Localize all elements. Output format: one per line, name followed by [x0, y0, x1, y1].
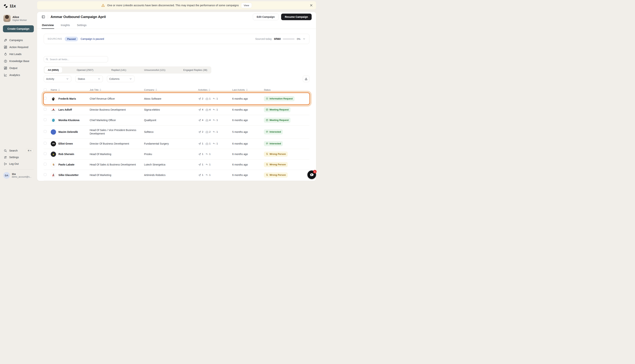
sidebar-item-campaigns[interactable]: Campaigns	[3, 37, 34, 43]
row-checkbox[interactable]	[44, 97, 47, 100]
select-all-checkbox[interactable]	[44, 88, 47, 91]
company-logo-avatar	[51, 118, 56, 123]
row-checkbox[interactable]	[44, 152, 47, 155]
sidebar-item-output[interactable]: Output	[3, 65, 34, 71]
status-label: Wrong Person	[270, 163, 286, 166]
chevron-down-icon	[129, 78, 132, 80]
activity-count: 1	[202, 174, 203, 177]
sort-icon[interactable]	[208, 88, 210, 91]
chevron-down-icon	[66, 78, 69, 80]
company-logo-avatar	[51, 172, 56, 178]
segment-unsuccessful[interactable]: Unsuccessful (121)	[141, 67, 169, 73]
sort-icon[interactable]	[246, 88, 248, 91]
segment-engaged-replies[interactable]: Engaged Replies (38)	[180, 67, 210, 73]
digital-worker[interactable]: Alice Digital Worker	[3, 15, 34, 22]
table-row[interactable]: SPaolo LabateHead Of Sales & Business De…	[44, 159, 309, 170]
status-badge: Meeting Request	[264, 107, 291, 112]
column-header-job-title: Job Title	[90, 88, 98, 91]
worker-role: Digital Worker	[13, 19, 27, 22]
table-row[interactable]: Maxim DelendikHead Of Sales / Vice Presi…	[44, 125, 309, 138]
resume-campaign-button[interactable]: Resume Campaign	[281, 14, 312, 20]
table-row[interactable]: VRElliot GreenDirector Of Business Devel…	[44, 138, 309, 149]
campaign-tabs: Overview Insights Settings	[37, 22, 316, 29]
table-body: Frederik MarisChief Revenue OfficerAtoss…	[44, 93, 309, 181]
activity-count: 4	[209, 118, 211, 122]
sort-icon[interactable]	[99, 88, 101, 91]
chevron-down-icon[interactable]	[303, 38, 306, 40]
lead-job-title: Head Of Sales / Vice President Business …	[90, 128, 144, 136]
dropdown-label: Columns	[109, 78, 119, 80]
create-campaign-button[interactable]: Create Campaign	[3, 25, 34, 32]
segment-opened[interactable]: Opened (2507)	[74, 67, 97, 73]
activity-dropdown[interactable]: Activity	[44, 76, 71, 82]
search-input[interactable]	[44, 56, 108, 62]
lead-company: Softteco	[144, 130, 198, 134]
row-checkbox[interactable]	[44, 108, 47, 111]
lead-name: Lars Adloff	[58, 108, 72, 112]
edit-campaign-button[interactable]: Edit Campaign	[253, 14, 279, 20]
brand-name: 11x	[10, 4, 16, 8]
chat-bubble-icon	[309, 172, 314, 177]
lead-company: Prosku	[144, 152, 198, 156]
chat-widget-button[interactable]: 1	[307, 170, 316, 179]
download-icon	[304, 77, 308, 80]
sidebar-search[interactable]: Search ⌘ K	[3, 147, 34, 154]
banner-message: One or more LinkedIn accounts have been …	[107, 4, 239, 7]
sidebar-toggle-icon[interactable]	[42, 15, 45, 19]
brand: 11x	[3, 3, 34, 8]
lead-company: Sigma-elektro	[144, 108, 198, 112]
table-row[interactable]: ▲Rob SherwinHead Of MarketingProsku116 m…	[44, 149, 309, 159]
close-icon[interactable]	[309, 4, 313, 7]
status-dropdown[interactable]: Status	[75, 76, 103, 82]
table-row[interactable]: Frederik MarisChief Revenue OfficerAtoss…	[44, 93, 309, 104]
segment-all[interactable]: All (6950)	[45, 67, 62, 73]
sidebar-item-action-required[interactable]: Action Required	[3, 44, 34, 50]
shortcut-badge: ⌘ K	[26, 149, 33, 152]
status-label: Information Request	[270, 97, 293, 100]
activity-count: 2	[209, 130, 211, 134]
table-row[interactable]: Monika KluskovaChief Marketing OfficerQu…	[44, 115, 309, 125]
row-checkbox[interactable]	[44, 163, 47, 166]
row-checkbox[interactable]	[44, 142, 47, 144]
row-checkbox[interactable]	[44, 118, 47, 121]
sidebar-item-hot-leads[interactable]: Hot Leads	[3, 51, 34, 57]
sent-icon	[198, 174, 201, 177]
column-header-last-activity: Last Activity	[232, 88, 245, 91]
export-button[interactable]	[303, 76, 309, 82]
worker-avatar	[3, 15, 11, 22]
columns-dropdown[interactable]: Columns	[107, 76, 134, 82]
replied-icon	[205, 163, 208, 166]
lead-name: Maxim Delendik	[58, 130, 78, 134]
header-divider	[48, 15, 48, 19]
segment-replied[interactable]: Replied (141)	[108, 67, 130, 73]
lead-name: Paolo Labate	[58, 163, 74, 166]
lead-last-activity: 6 months ago	[232, 174, 264, 177]
tab-settings[interactable]: Settings	[76, 22, 87, 28]
tab-overview[interactable]: Overview	[42, 22, 54, 28]
sort-icon[interactable]	[155, 88, 157, 91]
sidebar-item-knowledge-base[interactable]: Knowledge Base	[3, 58, 34, 64]
sidebar-logout-label: Log Out	[9, 162, 19, 165]
sent-icon	[198, 163, 201, 166]
row-checkbox[interactable]	[44, 173, 47, 176]
row-checkbox[interactable]	[44, 130, 47, 133]
table-row[interactable]: Silke GlasstetterHead Of MarketingArtimi…	[44, 170, 309, 180]
calendar-icon	[266, 119, 268, 122]
lead-company: Atoss Software	[144, 97, 198, 100]
view-button[interactable]: View	[241, 3, 252, 8]
sidebar-item-analytics[interactable]: Analytics	[3, 72, 34, 78]
sidebar-settings[interactable]: Settings	[3, 154, 34, 160]
account-row[interactable]: DA 11x demo_account@s...	[3, 172, 34, 180]
table-row[interactable]	[44, 180, 309, 181]
table-row[interactable]: SIGMALars AdloffDirector Business Develo…	[44, 104, 309, 115]
activity-count: 1	[202, 152, 203, 156]
sidebar-item-label: Campaigns	[9, 39, 23, 42]
opened-icon	[205, 108, 208, 111]
tab-insights[interactable]: Insights	[61, 22, 70, 28]
status-label: Interested	[270, 142, 281, 145]
sidebar-logout[interactable]: Log Out	[3, 160, 34, 167]
status-label: Wrong Person	[270, 174, 286, 177]
lead-name: Elliot Green	[58, 142, 73, 146]
campaign-header: Ammar Outbound Campaign April Edit Campa…	[37, 13, 316, 21]
sort-icon[interactable]	[58, 88, 60, 91]
